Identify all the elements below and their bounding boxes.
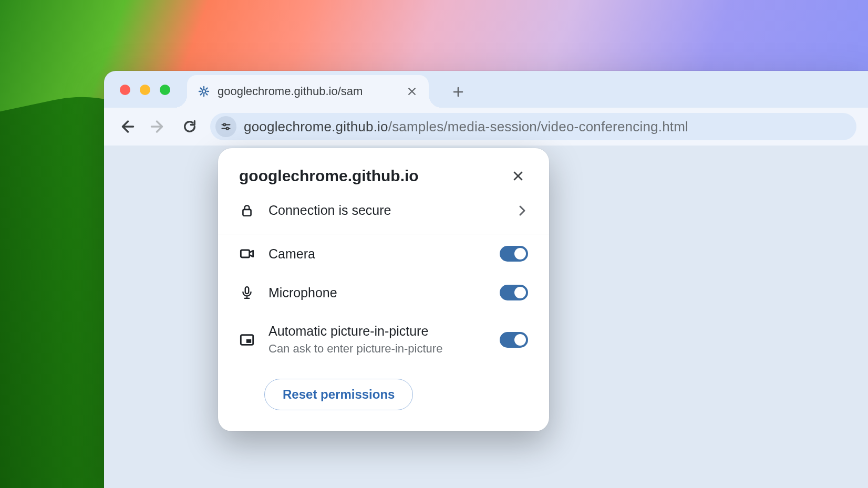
- tab-strip: googlechrome.github.io/sam: [104, 71, 868, 108]
- popup-close-button[interactable]: [508, 166, 528, 186]
- url-path: /samples/media-session/video-conferencin…: [388, 119, 688, 134]
- minimize-window-button[interactable]: [140, 85, 150, 95]
- browser-window: googlechrome.github.io/sam googlechrome.…: [104, 71, 868, 488]
- site-info-button[interactable]: [215, 116, 236, 137]
- svg-rect-3: [243, 209, 251, 215]
- microphone-toggle[interactable]: [500, 285, 528, 300]
- back-button[interactable]: [116, 116, 138, 138]
- forward-button: [147, 116, 169, 138]
- connection-status-label: Connection is secure: [268, 203, 502, 218]
- svg-rect-5: [245, 287, 249, 294]
- browser-tab[interactable]: googlechrome.github.io/sam: [187, 75, 429, 108]
- svg-rect-4: [241, 250, 249, 257]
- popup-site-name: googlechrome.github.io: [239, 167, 419, 185]
- pip-toggle[interactable]: [500, 332, 528, 348]
- new-tab-button[interactable]: [448, 81, 469, 102]
- camera-permission-row: Camera: [218, 234, 549, 273]
- lock-icon: [239, 204, 255, 217]
- connection-secure-row[interactable]: Connection is secure: [218, 191, 549, 234]
- pip-label: Automatic picture-in-picture Can ask to …: [268, 324, 486, 356]
- fullscreen-window-button[interactable]: [160, 85, 170, 95]
- pip-icon: [239, 333, 255, 347]
- svg-point-2: [226, 128, 229, 130]
- microphone-icon: [239, 286, 255, 299]
- pip-permission-row: Automatic picture-in-picture Can ask to …: [218, 312, 549, 367]
- svg-point-0: [202, 90, 206, 94]
- close-window-button[interactable]: [120, 85, 130, 95]
- camera-label: Camera: [268, 246, 486, 262]
- reset-permissions-button[interactable]: Reset permissions: [264, 379, 413, 410]
- url-host: googlechrome.github.io: [244, 119, 388, 134]
- url-text: googlechrome.github.io/samples/media-ses…: [244, 119, 688, 135]
- svg-point-1: [223, 123, 225, 126]
- microphone-label: Microphone: [268, 285, 486, 300]
- camera-toggle[interactable]: [500, 246, 528, 262]
- address-bar[interactable]: googlechrome.github.io/samples/media-ses…: [210, 113, 856, 140]
- tab-close-button[interactable]: [406, 85, 418, 98]
- toolbar: googlechrome.github.io/samples/media-ses…: [104, 108, 868, 146]
- camera-icon: [239, 246, 255, 261]
- reload-button[interactable]: [179, 116, 201, 138]
- pip-label-main: Automatic picture-in-picture: [268, 324, 428, 338]
- page-content: googlechrome.github.io Connection is sec…: [104, 146, 868, 488]
- window-controls: [120, 85, 170, 95]
- site-info-popup: googlechrome.github.io Connection is sec…: [218, 148, 549, 431]
- tab-favicon: [198, 85, 210, 98]
- microphone-permission-row: Microphone: [218, 273, 549, 312]
- pip-label-sub: Can ask to enter picture-in-picture: [268, 342, 486, 356]
- tab-title: googlechrome.github.io/sam: [218, 85, 406, 98]
- svg-rect-7: [246, 339, 251, 342]
- chevron-right-icon: [515, 204, 528, 217]
